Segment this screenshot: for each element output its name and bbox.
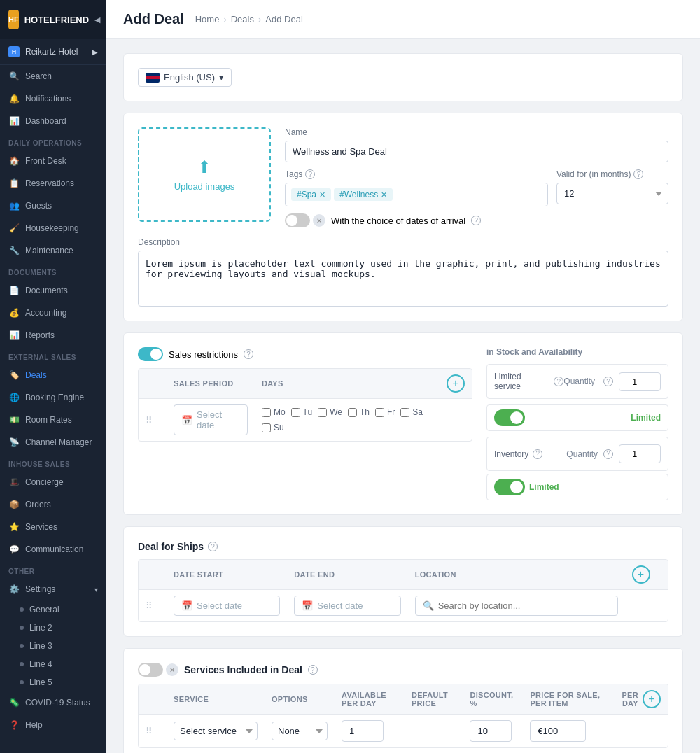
services-help[interactable]: ? [308, 665, 318, 675]
sidebar-item-channel-manager[interactable]: 📡 Channel Manager [0, 431, 106, 453]
sidebar-item-line2[interactable]: Line 2 [0, 619, 106, 637]
sidebar-item-documents[interactable]: 📄 Documents [0, 279, 106, 302]
sales-date-picker[interactable]: 📅 Select date [174, 404, 248, 435]
sidebar-item-label: Accounting [25, 308, 66, 318]
sidebar-item-notifications[interactable]: 🔔 Notifications [0, 87, 106, 110]
sidebar-item-search[interactable]: 🔍 Search [0, 65, 106, 87]
sidebar-item-housekeeping[interactable]: 🧹 Housekeeping [0, 217, 106, 239]
tags-group: Tags ? #Spa ✕ #Wellness ✕ [285, 169, 548, 206]
sidebar-item-reports[interactable]: 📊 Reports [0, 324, 106, 346]
housekeeping-icon: 🧹 [8, 223, 20, 234]
tag-spa: #Spa ✕ [291, 188, 331, 201]
day-su[interactable]: Su [262, 423, 284, 432]
day-th[interactable]: Th [348, 407, 370, 417]
service-select[interactable]: Select service [174, 722, 258, 740]
upload-images-box[interactable]: ⬆ Upload images [138, 127, 271, 222]
qty1-help[interactable]: ? [603, 376, 613, 386]
ships-help[interactable]: ? [208, 542, 218, 551]
tag-wellness-remove[interactable]: ✕ [381, 190, 387, 199]
location-input[interactable] [438, 600, 610, 611]
sidebar-item-orders[interactable]: 📦 Orders [0, 493, 106, 516]
date-start-picker[interactable]: 📅 Select date [174, 596, 280, 616]
ship-drag[interactable]: ⠿ [146, 600, 153, 611]
inventory-toggle[interactable] [494, 479, 525, 495]
day-fr[interactable]: Fr [375, 407, 395, 417]
sidebar-item-concierge[interactable]: 🎩 Concierge [0, 471, 106, 493]
inventory-status: Limited [529, 482, 559, 492]
sidebar-item-settings[interactable]: ⚙️ Settings ▾ [0, 578, 106, 600]
sidebar-collapse-icon[interactable]: ◀ [94, 15, 100, 24]
sidebar-item-services[interactable]: ⭐ Services [0, 516, 106, 538]
sidebar-item-covid[interactable]: 🦠 COVID-19 Status [0, 691, 106, 714]
language-selector[interactable]: English (US) ▾ [138, 68, 232, 87]
sidebar-item-line4[interactable]: Line 4 [0, 655, 106, 673]
dates-help-icon[interactable]: ? [471, 216, 481, 225]
add-sales-period-button[interactable]: + [447, 374, 465, 393]
sidebar-item-label: Services [25, 522, 57, 532]
sidebar-item-frontdesk[interactable]: 🏠 Front Desk [0, 150, 106, 172]
service-drag[interactable]: ⠿ [146, 726, 153, 736]
name-input[interactable] [285, 141, 668, 162]
dates-toggle-x[interactable]: ✕ [313, 214, 326, 227]
dates-toggle[interactable] [285, 213, 310, 227]
discount-input[interactable] [470, 720, 512, 742]
sidebar-item-maintenance[interactable]: 🔧 Maintenance [0, 239, 106, 262]
sidebar-item-accounting[interactable]: 💰 Accounting [0, 302, 106, 324]
sidebar-item-line3[interactable]: Line 3 [0, 637, 106, 655]
sales-restrictions-help[interactable]: ? [244, 349, 253, 359]
day-we[interactable]: We [318, 407, 342, 417]
valid-for-select[interactable]: 12 [556, 183, 668, 204]
valid-for-group: Valid for (in months) ? 12 [556, 169, 668, 206]
sidebar-item-label: Documents [25, 286, 68, 295]
inventory-help[interactable]: ? [533, 449, 542, 459]
limited-toggle[interactable] [494, 409, 525, 426]
sidebar-item-room-rates[interactable]: 💵 Room Rates [0, 409, 106, 431]
qty2-input[interactable] [619, 444, 661, 463]
available-input[interactable] [342, 720, 384, 742]
settings-icon: ⚙️ [8, 584, 20, 595]
main-form-card: ⬆ Upload images Name Tags ? [123, 113, 683, 321]
date-end-picker[interactable]: 📅 Select date [294, 596, 400, 616]
options-select[interactable]: None [272, 722, 328, 740]
sidebar-item-help[interactable]: ❓ Help [0, 714, 106, 736]
services-toggle-x[interactable]: ✕ [166, 663, 178, 676]
add-ship-row-button[interactable]: + [632, 565, 650, 584]
sidebar: HF HOTELFRIEND ◀ H Reikartz Hotel ▶ 🔍 Se… [0, 0, 106, 753]
other-section: OTHER [0, 561, 106, 578]
valid-for-help-icon[interactable]: ? [634, 169, 643, 179]
breadcrumb-home[interactable]: Home [195, 14, 220, 24]
breadcrumb-deals[interactable]: Deals [231, 14, 254, 24]
sidebar-item-line5[interactable]: Line 5 [0, 673, 106, 691]
price-sale-input[interactable] [530, 720, 586, 742]
description-textarea[interactable]: Lorem ipsum is placeholder text commonly… [138, 251, 668, 307]
tags-input[interactable]: #Spa ✕ #Wellness ✕ [285, 183, 548, 206]
sidebar-item-label: Reservations [25, 178, 74, 188]
tag-spa-remove[interactable]: ✕ [319, 190, 326, 199]
sidebar-item-guests[interactable]: 👥 Guests [0, 195, 106, 217]
sidebar-item-deals[interactable]: 🏷️ Deals [0, 364, 106, 386]
limited-toggle-row: Limited [486, 404, 668, 431]
add-service-button[interactable]: + [643, 690, 661, 708]
sidebar-item-general[interactable]: General [0, 600, 106, 619]
qty2-help[interactable]: ? [603, 449, 613, 459]
sidebar-item-label: Communication [25, 544, 83, 554]
day-tu[interactable]: Tu [291, 407, 313, 417]
limited-service-help[interactable]: ? [554, 376, 564, 386]
sidebar-logo[interactable]: HF HOTELFRIEND ◀ [0, 0, 106, 39]
services-toggle[interactable] [138, 663, 163, 677]
location-search[interactable]: 🔍 [415, 596, 618, 616]
hotel-selector[interactable]: H Reikartz Hotel ▶ [0, 39, 106, 65]
sidebar-item-booking-engine[interactable]: 🌐 Booking Engine [0, 386, 106, 409]
sidebar-item-dashboard[interactable]: 📊 Dashboard [0, 110, 106, 132]
qty1-input[interactable] [619, 372, 661, 391]
sales-toggle[interactable] [138, 347, 163, 361]
sub-dot [20, 644, 24, 648]
sidebar-item-communication[interactable]: 💬 Communication [0, 538, 106, 561]
day-sa[interactable]: Sa [400, 407, 423, 417]
frontdesk-icon: 🏠 [8, 155, 20, 167]
tags-help-icon[interactable]: ? [305, 169, 315, 179]
day-mo[interactable]: Mo [262, 407, 286, 417]
search-icon: 🔍 [423, 600, 434, 611]
drag-handle[interactable]: ⠿ [146, 415, 153, 425]
sidebar-item-reservations[interactable]: 📋 Reservations [0, 172, 106, 195]
